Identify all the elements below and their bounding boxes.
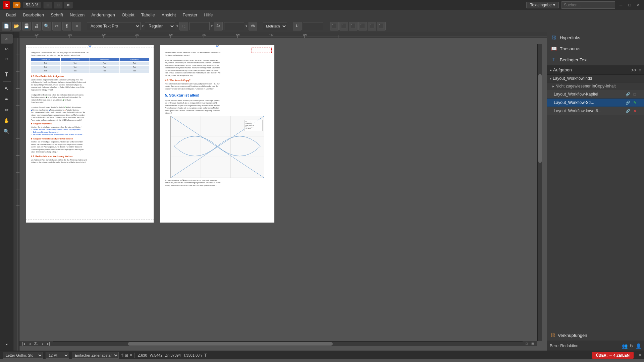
align-last-btn[interactable]: ⬛ <box>368 22 376 31</box>
view-btn-2[interactable]: ⊟ <box>54 2 62 8</box>
user-settings-icon[interactable]: 👤 <box>636 343 641 349</box>
tab-druckfahne[interactable]: DF <box>1 34 13 44</box>
search-input[interactable] <box>561 1 615 9</box>
thesaurus-panel-item[interactable]: 📖 Thesaurus <box>547 43 644 54</box>
minimize-button[interactable]: ─ <box>618 2 624 8</box>
aufgaben-expand-btn[interactable]: >> <box>631 67 636 73</box>
menu-objekt[interactable]: Objekt <box>118 11 138 19</box>
status-menu-icon[interactable]: ≡ <box>639 353 641 358</box>
menu-schrift[interactable]: Schrift <box>47 11 66 19</box>
aufg-item-1[interactable]: Layout_Workflow-Kapitel 🔗 □ <box>547 90 644 99</box>
font-selector[interactable]: Adobe Text Pro <box>87 22 141 30</box>
maximize-button[interactable]: □ <box>627 2 633 8</box>
page-left[interactable]: verfüg baren Dateien heraus. Sind Sie fe… <box>26 45 154 223</box>
tool-save[interactable]: 💾 <box>22 22 31 31</box>
spacing-status-select[interactable]: Einfacher Zeilenabstand <box>72 352 119 359</box>
page-last-btn[interactable]: ▸| <box>46 342 51 346</box>
page-first-btn[interactable]: |◂ <box>21 342 26 346</box>
tool-zoom[interactable]: 🔍 <box>2 127 11 136</box>
style-dropdown-icon: ▾ <box>176 24 178 28</box>
lines-icon[interactable]: ≡ <box>129 353 132 358</box>
align-full-btn[interactable]: ⬛ <box>377 22 386 31</box>
tool-print[interactable]: 🖨 <box>32 22 41 31</box>
page-right-handle-top[interactable] <box>216 45 219 47</box>
menu-anderungen[interactable]: Änderungen <box>88 11 118 19</box>
font-size-input[interactable]: 10,25 Pt <box>190 22 210 30</box>
tab-textabschnitt[interactable]: TA <box>1 44 13 54</box>
menu-tabelle[interactable]: Tabelle <box>138 11 158 19</box>
hyperlinks-panel-item[interactable]: ⛓ Hyperlinks <box>547 32 644 43</box>
scrollbar-thumb-h[interactable] <box>128 342 332 346</box>
menu-datei[interactable]: Datei <box>3 11 19 19</box>
size-status-select[interactable]: 12 Pt <box>46 352 69 359</box>
aufgaben-header[interactable]: ▸ Aufgaben >> ≡ <box>547 65 644 75</box>
page-right[interactable]: das Bedienfeld Notizen öffnet sich. Gebe… <box>160 45 274 223</box>
flow-icon[interactable]: ⊞ <box>125 353 128 358</box>
kern-value-input[interactable]: 0 <box>303 22 323 30</box>
spread-btn[interactable]: ⊞ <box>530 342 535 346</box>
style-selector[interactable]: Regular <box>145 22 175 30</box>
menu-hilfe[interactable]: Hilfe <box>201 11 216 19</box>
menu-bearbeiten[interactable]: Bearbeiten <box>19 11 47 19</box>
page-next-btn[interactable]: ▸ <box>40 342 45 346</box>
tool-text[interactable]: T <box>2 70 11 79</box>
close-button[interactable]: ✕ <box>635 2 641 8</box>
aufgaben-menu-btn[interactable]: ≡ <box>639 67 641 73</box>
align-left-btn[interactable]: ⬛ <box>330 22 339 31</box>
canvas-viewport[interactable]: Layout_Workflow.indd @ 53 % × Druckfahne… <box>19 38 542 346</box>
tool-select[interactable]: ↖ <box>2 84 11 93</box>
aufgabe-email-section: ▶ Aufgabe verpacken und per EMail senden <box>31 137 149 140</box>
canvas-area[interactable]: 100 150 200 250 300 350 400 450 500 <box>13 32 547 351</box>
tool-left-panel-expand[interactable]: ◂ <box>2 339 11 349</box>
font-size-dropdown[interactable]: ▾ <box>211 24 213 28</box>
tool-pencil[interactable]: ✏ <box>2 105 11 115</box>
tool-hand[interactable]: ✋ <box>2 116 11 125</box>
aufg-item-2-label: Layout_Workflow-Str... <box>554 100 594 105</box>
zoom-level[interactable]: 53,3 % <box>23 2 41 8</box>
align-justify-btn[interactable]: ⬛ <box>358 22 367 31</box>
user-refresh-icon[interactable]: ↻ <box>630 343 634 349</box>
unit-selector[interactable]: Metrisch <box>263 22 287 30</box>
font-status-select[interactable]: Letter Gothic Std <box>3 352 43 359</box>
aufg-item-2[interactable]: Layout_Workflow-Str... 🔗 ✎ <box>547 99 644 107</box>
tool-pen[interactable]: ✒ <box>2 95 11 104</box>
texteingabe-button[interactable]: Texteingabe ▾ <box>526 2 559 8</box>
view-btn-1[interactable]: ⊞ <box>44 2 52 8</box>
vertical-scrollbar[interactable] <box>537 44 542 341</box>
aufg-item-3[interactable]: Layout_Workflow-kave-6... 🔗 ✕ <box>547 107 644 115</box>
user-add-icon[interactable]: 👥 <box>622 343 628 349</box>
para-icon[interactable]: ¶ <box>121 353 123 358</box>
svg-text:500: 500 <box>303 34 307 36</box>
page-prev-btn[interactable]: ◂ <box>27 342 32 346</box>
single-page-btn[interactable]: □ <box>524 342 529 346</box>
align-center-btn[interactable]: ⬛ <box>339 22 348 31</box>
align-right-btn[interactable]: ⬛ <box>349 22 358 31</box>
tool-open[interactable]: 📂 <box>12 22 21 31</box>
page-handle-top[interactable] <box>89 45 91 47</box>
bridge-button[interactable]: Br <box>13 2 20 8</box>
tool-pilcrow[interactable]: ¶ <box>62 22 71 31</box>
bedingter-text-panel-item[interactable]: T Bedingter Text <box>547 54 644 65</box>
svg-text:100: 100 <box>35 34 39 36</box>
leading-dropdown[interactable]: ▾ <box>246 24 247 28</box>
aufg-file-item[interactable]: ▸ Layout_Workflow.indd <box>547 75 644 82</box>
tool-lines[interactable]: ≡ <box>72 22 81 31</box>
scrollbar-thumb-v[interactable] <box>538 74 542 163</box>
aufg-section[interactable]: ▸ Nicht zugewiesener InCopy-Inhalt <box>547 82 644 90</box>
menu-ansicht[interactable]: Ansicht <box>158 11 179 19</box>
ueber-button[interactable]: ÜBER: → 4 ZEILEN <box>592 352 634 359</box>
tool-new[interactable]: 📄 <box>2 22 11 31</box>
view-btn-3[interactable]: ⊠ <box>64 2 72 8</box>
menu-fenster[interactable]: Fenster <box>179 11 201 19</box>
tab-layout[interactable]: LY <box>1 54 13 64</box>
leading-input[interactable]: 12,75 Pt <box>224 22 244 30</box>
tool-search[interactable]: 🔍 <box>42 22 51 31</box>
text-icon[interactable]: T <box>204 353 207 358</box>
bottom-user-area: Ben.: Redaktion 👥 ↻ 👤 <box>547 341 644 351</box>
tool-scissors[interactable]: ✂ <box>52 22 61 31</box>
horizontal-scrollbar[interactable] <box>25 341 537 346</box>
verknupfungen-panel-item[interactable]: ⛓ Verknüpfungen <box>547 330 644 341</box>
zn-stat: Zn:37394 <box>165 353 180 357</box>
menu-notizen[interactable]: Notizen <box>66 11 88 19</box>
toolbar-separator-2 <box>260 22 260 30</box>
